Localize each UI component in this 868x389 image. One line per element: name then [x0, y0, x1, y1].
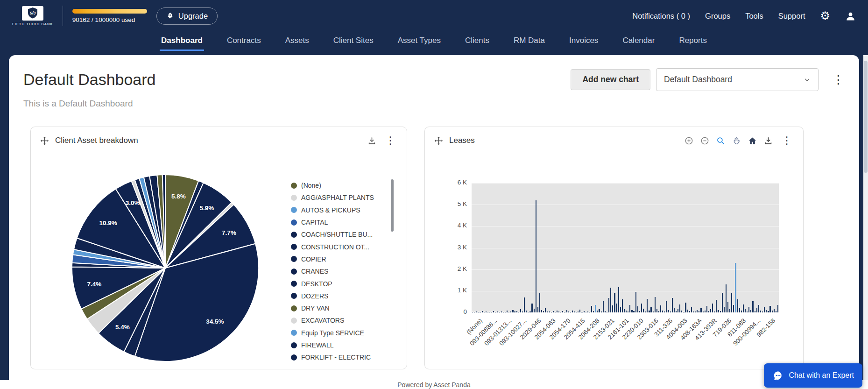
bar [574, 311, 575, 312]
bar [614, 293, 615, 313]
pie-percent-label: 7.7% [222, 229, 236, 236]
topbar-link-support[interactable]: Support [778, 12, 805, 21]
legend-item[interactable]: COPIER [291, 253, 391, 265]
bar [647, 299, 648, 312]
legend-item[interactable]: Equip Type SERVICE [291, 327, 391, 339]
tab-asset-types[interactable]: Asset Types [396, 36, 442, 51]
legend-item[interactable]: COACH/SHUTTLE BU... [291, 228, 391, 240]
client-asset-breakdown-card: Client Asset breakdown ⋮ 5.8%5.9%7.7%34.… [30, 127, 407, 369]
bar [560, 312, 561, 313]
bar [626, 311, 627, 312]
home-reset-icon[interactable] [748, 136, 757, 145]
topbar-right: Notifications ( 0 )GroupsToolsSupport ⚙ [632, 10, 856, 21]
bar [764, 307, 765, 312]
bar [518, 312, 519, 313]
legend-item[interactable]: AUTOS & PICKUPS [291, 204, 391, 216]
tab-invoices[interactable]: Invoices [568, 36, 600, 51]
bar [769, 306, 770, 312]
bar [520, 309, 521, 312]
download-icon[interactable] [367, 136, 376, 145]
legend-dot [291, 195, 297, 201]
upgrade-button[interactable]: Upgrade [156, 7, 218, 25]
bar [687, 310, 688, 313]
pie-card-kebab[interactable]: ⋮ [383, 135, 397, 146]
bar [666, 301, 667, 312]
gear-icon[interactable]: ⚙ [820, 10, 830, 21]
bar [512, 310, 513, 312]
chat-with-expert-button[interactable]: Chat with an Expert [764, 363, 862, 388]
legend-scrollbar-thumb[interactable] [391, 179, 394, 232]
bar [681, 311, 682, 312]
bar [581, 312, 582, 313]
bar [693, 311, 694, 313]
bar [545, 308, 546, 312]
legend-item[interactable]: EXCAVATORS [291, 314, 391, 326]
topbar-link-groups[interactable]: Groups [705, 12, 730, 21]
bar [503, 312, 504, 313]
fifth-third-bank-logo[interactable]: 5/3 Fifth Third Bank [12, 6, 53, 26]
legend-item[interactable]: CRANES [291, 265, 391, 277]
bar [480, 312, 480, 313]
drag-move-icon[interactable] [40, 136, 49, 145]
pie-percent-label: 3.0% [126, 199, 140, 206]
legend-dot [291, 293, 297, 299]
bar [528, 312, 529, 313]
bar [712, 304, 713, 312]
bar [755, 311, 755, 312]
bar [605, 311, 606, 312]
tab-clients[interactable]: Clients [464, 36, 491, 51]
leases-card-kebab[interactable]: ⋮ [780, 135, 794, 146]
tab-rm-data[interactable]: RM Data [512, 36, 546, 51]
bar [624, 309, 625, 312]
topbar-link-notifications-[interactable]: Notifications ( 0 ) [632, 12, 690, 21]
leases-bar-plot[interactable] [472, 183, 779, 312]
bar [558, 311, 559, 312]
legend-item[interactable]: DOZERS [291, 290, 391, 302]
bar [620, 307, 621, 313]
zoom-out-icon[interactable] [700, 136, 709, 145]
tab-dashboard[interactable]: Dashboard [160, 36, 204, 51]
bar [668, 310, 669, 312]
legend-item[interactable]: DESKTOP [291, 277, 391, 290]
bar [674, 308, 675, 312]
user-profile-icon[interactable] [845, 11, 856, 21]
legend-item[interactable]: (None) [291, 179, 391, 191]
page-scrollbar-thumb[interactable] [864, 61, 868, 173]
bar [683, 312, 684, 313]
usage-progress-bar[interactable] [72, 9, 147, 14]
bar [499, 312, 500, 313]
legend-item[interactable]: CAPITAL [291, 216, 391, 228]
bar [507, 311, 508, 312]
tab-reports[interactable]: Reports [677, 36, 708, 51]
legend-dot [291, 244, 297, 250]
bar [750, 310, 751, 312]
legend-item[interactable]: DRY VAN [291, 302, 391, 314]
add-new-chart-button[interactable]: Add new chart [571, 69, 650, 90]
bar [645, 311, 646, 312]
legend-label: COACH/SHUTTLE BU... [301, 231, 373, 238]
zoom-in-icon[interactable] [685, 136, 693, 145]
bar [474, 312, 475, 313]
page-scrollbar[interactable] [863, 55, 868, 380]
box-zoom-icon[interactable] [716, 136, 725, 145]
dashboard-selector[interactable]: Default Dashboard [656, 68, 819, 91]
download-icon[interactable] [764, 136, 773, 145]
legend-item[interactable]: AGG/ASPHALT PLANTS [291, 191, 391, 204]
topbar-link-tools[interactable]: Tools [745, 12, 763, 21]
legend-dot [291, 232, 297, 238]
legend-item[interactable]: FORKLIFT - ELECTRIC [291, 351, 391, 362]
bar [777, 305, 778, 312]
legend-item[interactable]: FIREWALL [291, 339, 391, 351]
pan-hand-icon[interactable] [732, 136, 741, 145]
tab-calendar[interactable]: Calendar [621, 36, 656, 51]
legend-item[interactable]: CONSTRUCTION OT... [291, 240, 391, 253]
bar [616, 304, 617, 312]
tab-contracts[interactable]: Contracts [226, 36, 262, 51]
drag-move-icon[interactable] [434, 136, 443, 145]
tab-client-sites[interactable]: Client Sites [332, 36, 375, 51]
tab-assets[interactable]: Assets [284, 36, 311, 51]
bar [679, 304, 680, 313]
dashboard-menu-kebab[interactable]: ⋮ [831, 74, 846, 85]
bar [514, 311, 515, 312]
bar [635, 292, 636, 312]
